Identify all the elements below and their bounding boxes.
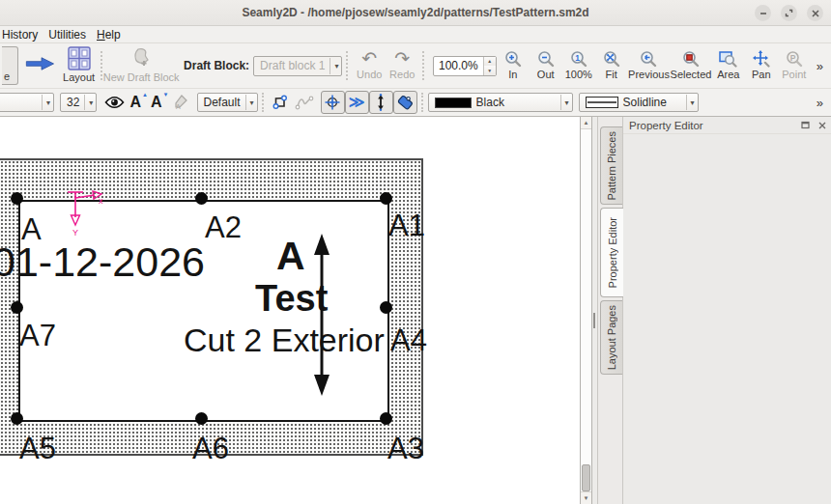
- menu-utilities[interactable]: Utilities: [48, 28, 95, 42]
- axis-x-label: x: [99, 196, 103, 206]
- axis-y-label: Y: [72, 228, 78, 238]
- close-icon: [818, 122, 826, 129]
- point-label[interactable]: A3: [387, 434, 424, 463]
- show-labels-tag-toggle[interactable]: [393, 91, 417, 114]
- scroll-down-icon[interactable]: ▼: [581, 491, 591, 504]
- scroll-up-icon[interactable]: ▲: [581, 117, 591, 129]
- point-dot-A[interactable]: [11, 192, 23, 205]
- draft-canvas[interactable]: A A2 A1 A7 A4 A5 A6 A3 01-12-2026 A Test…: [0, 117, 580, 504]
- spinbox-steppers[interactable]: ▲▼: [483, 57, 496, 75]
- zoom-selected-button[interactable]: Selected: [670, 48, 712, 83]
- point-dot-A6[interactable]: [195, 412, 208, 425]
- tag-icon: [396, 94, 415, 111]
- zoom-fit-button[interactable]: Fit: [595, 48, 628, 83]
- label-template-combo[interactable]: Default ▾: [197, 93, 258, 112]
- point-dot-A3[interactable]: [380, 412, 392, 425]
- close-panel-button[interactable]: [817, 120, 827, 130]
- spin-up-icon[interactable]: ▲: [484, 57, 496, 67]
- float-icon: [801, 121, 810, 129]
- point-dot-A1[interactable]: [380, 192, 392, 205]
- piece-origin-axis[interactable]: x Y: [56, 186, 108, 238]
- point-dot-A5[interactable]: [11, 412, 23, 425]
- tool-options-toolbar: ▾ 32 ▾ A▲ A▼ A Default ▾: [0, 89, 831, 117]
- property-editor-panel: Property Editor: [622, 117, 831, 504]
- add-anchor-curve-button[interactable]: [293, 91, 317, 114]
- chevron-down-icon: ▾: [42, 95, 50, 110]
- toolbar-overflow-button[interactable]: »: [811, 59, 829, 73]
- point-dot-A4[interactable]: [380, 301, 392, 314]
- toolbar-separator: [346, 51, 349, 80]
- color-swatch: [435, 98, 472, 108]
- vertical-arrow-icon: [372, 94, 389, 111]
- tab-layout-pages[interactable]: Layout Pages: [600, 300, 622, 375]
- undo-icon: ↶: [361, 50, 377, 68]
- point-label[interactable]: A5: [19, 434, 56, 463]
- svg-text:A: A: [176, 103, 181, 110]
- restore-icon: [785, 9, 793, 17]
- toolbar-separator: [422, 51, 425, 80]
- tab-pattern-pieces[interactable]: Pattern Pieces: [600, 126, 622, 205]
- zoom-out-button[interactable]: Out: [530, 48, 562, 83]
- scrollbar-thumb[interactable]: [582, 464, 590, 491]
- point-dot-A2[interactable]: [195, 192, 208, 205]
- line-style-swatch: [586, 97, 618, 108]
- close-button[interactable]: [807, 5, 823, 21]
- show-labels-button[interactable]: [102, 91, 127, 114]
- add-internal-path-button[interactable]: [269, 91, 293, 114]
- piece-date-text[interactable]: 01-12-2026: [0, 238, 205, 286]
- zoom-point-button[interactable]: P Point: [778, 48, 811, 83]
- point-name-combo[interactable]: ▾: [0, 93, 54, 112]
- line-color-combo[interactable]: Black ▾: [428, 93, 573, 112]
- new-draft-block-button[interactable]: New Draft Block: [106, 45, 176, 86]
- spin-down-icon[interactable]: ▼: [484, 66, 496, 75]
- zoom-in-button[interactable]: In: [497, 48, 530, 83]
- zoom-previous-icon: [640, 50, 657, 68]
- minimize-icon: [759, 10, 767, 17]
- draft-block-select[interactable]: Draft block 1 ▾: [253, 56, 342, 76]
- line-type-combo[interactable]: Solidline ▾: [579, 93, 699, 112]
- main-toolbar: e Layout New Draft Block Dra: [0, 43, 831, 89]
- redo-button[interactable]: ↷ Redo: [386, 48, 418, 83]
- zoom-percent-spinbox[interactable]: 100.0% ▲▼: [433, 56, 497, 76]
- float-panel-button[interactable]: [800, 120, 811, 130]
- zoom-area-button[interactable]: Area: [712, 48, 745, 83]
- layout-mode-button[interactable]: Layout: [62, 44, 97, 86]
- polygon-nodes-icon: [272, 94, 289, 111]
- point-label[interactable]: A6: [192, 434, 229, 463]
- forward-arrow-icon: [24, 53, 56, 74]
- zoom-area-icon: [719, 50, 737, 68]
- zoom-previous-button[interactable]: Previous: [628, 48, 671, 83]
- label-color-button[interactable]: A: [169, 91, 193, 114]
- point-label[interactable]: A7: [19, 321, 56, 350]
- window-controls: [755, 5, 823, 21]
- piece-cut-text[interactable]: Cut 2 Exterior: [184, 322, 385, 359]
- point-label[interactable]: A2: [205, 212, 242, 242]
- tab-property-editor[interactable]: Property Editor: [600, 208, 623, 297]
- point-label[interactable]: A4: [390, 325, 427, 355]
- increase-label-font-button[interactable]: A▲: [127, 94, 148, 111]
- piece-mode-button-clipped[interactable]: e: [2, 46, 18, 85]
- zoom-100-button[interactable]: 1 100%: [562, 48, 595, 83]
- toolbar-overflow-button[interactable]: »: [811, 96, 829, 110]
- piece-letter-text[interactable]: A: [276, 234, 305, 279]
- minimize-button[interactable]: [755, 5, 771, 21]
- font-size-combo[interactable]: 32 ▾: [60, 93, 97, 112]
- curve-nodes-icon: [295, 94, 314, 111]
- menu-help[interactable]: Help: [97, 28, 129, 42]
- titlebar[interactable]: Seamly2D - /home/pjosew/seamly2d/pattern…: [0, 0, 831, 26]
- zoom-pan-button[interactable]: Pan: [745, 48, 778, 83]
- vertical-scrollbar[interactable]: ▲ ▼: [580, 117, 592, 504]
- decrease-label-font-button[interactable]: A▼: [148, 94, 169, 111]
- show-point-accuracy-toggle[interactable]: [321, 91, 345, 114]
- crosshair-target-icon: [324, 94, 341, 111]
- show-grainline-toggle[interactable]: [369, 91, 393, 114]
- zoom-out-icon: [537, 50, 555, 68]
- restore-button[interactable]: [781, 5, 797, 21]
- undo-button[interactable]: ↶ Undo: [353, 48, 386, 83]
- menu-history[interactable]: History: [2, 28, 46, 42]
- point-label[interactable]: A1: [388, 210, 425, 240]
- show-second-point-name-toggle[interactable]: ≫: [345, 91, 369, 114]
- grainline-arrow[interactable]: [309, 232, 334, 398]
- chevron-down-icon: ▾: [245, 95, 254, 110]
- point-dot-A7[interactable]: [11, 301, 23, 314]
